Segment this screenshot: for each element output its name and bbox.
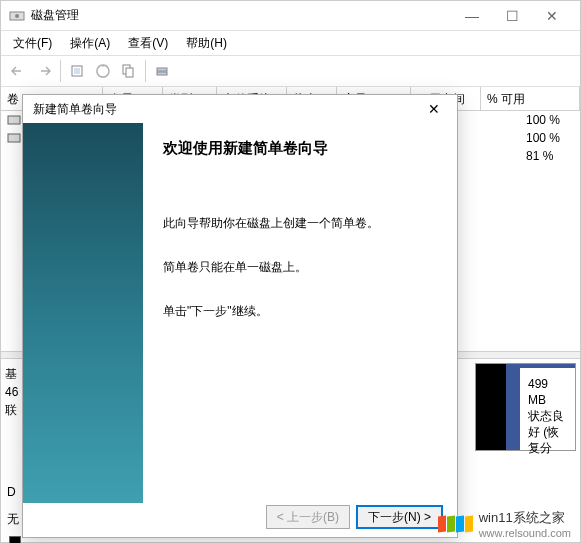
partition-sep <box>506 364 520 450</box>
svg-rect-6 <box>157 68 167 71</box>
svg-rect-3 <box>74 68 80 74</box>
svg-rect-5 <box>126 68 133 77</box>
partition-recovery[interactable]: 499 MB 状态良好 (恢复分 <box>520 364 575 450</box>
new-simple-volume-wizard: 新建简单卷向导 ✕ 欢迎使用新建简单卷向导 此向导帮助你在磁盘上创建一个简单卷。… <box>22 94 458 538</box>
close-button[interactable]: ✕ <box>532 2 572 30</box>
back-button[interactable]: < 上一步(B) <box>266 505 350 529</box>
svg-rect-9 <box>8 134 20 142</box>
properties-icon[interactable] <box>90 58 116 84</box>
dialog-close-button[interactable]: ✕ <box>419 99 449 119</box>
partition-strip[interactable]: 499 MB 状态良好 (恢复分 <box>475 363 576 451</box>
refresh-icon[interactable] <box>64 58 90 84</box>
separator <box>145 60 146 82</box>
wizard-content: 欢迎使用新建简单卷向导 此向导帮助你在磁盘上创建一个简单卷。 简单卷只能在单一磁… <box>143 123 457 503</box>
menubar: 文件(F) 操作(A) 查看(V) 帮助(H) <box>1 31 580 55</box>
wizard-text-2: 简单卷只能在单一磁盘上。 <box>163 258 437 276</box>
menu-view[interactable]: 查看(V) <box>120 33 176 54</box>
wizard-text-3: 单击"下一步"继续。 <box>163 302 437 320</box>
watermark-url: www.relsound.com <box>479 527 571 539</box>
volume-icon <box>7 113 21 127</box>
partition-status: 状态良好 (恢复分 <box>528 408 567 456</box>
wizard-heading: 欢迎使用新建简单卷向导 <box>163 139 437 158</box>
watermark: win11系统之家 www.relsound.com <box>434 505 575 543</box>
toolbar <box>1 55 580 87</box>
maximize-button[interactable]: ☐ <box>492 2 532 30</box>
window-title: 磁盘管理 <box>31 7 452 24</box>
volume-icon <box>7 131 21 145</box>
next-button[interactable]: 下一步(N) > <box>356 505 443 529</box>
separator <box>60 60 61 82</box>
action-icon[interactable] <box>149 58 175 84</box>
disk-mgmt-icon <box>9 8 25 24</box>
minimize-button[interactable]: — <box>452 2 492 30</box>
partition-unallocated[interactable] <box>476 364 506 450</box>
partition-size: 499 MB <box>528 376 567 408</box>
help-icon[interactable] <box>116 58 142 84</box>
legend-square <box>9 536 21 543</box>
watermark-brand: win11系统之家 <box>479 509 571 527</box>
dialog-title: 新建简单卷向导 <box>23 95 457 123</box>
titlebar: 磁盘管理 — ☐ ✕ <box>1 1 580 31</box>
col-pct[interactable]: % 可用 <box>481 87 580 110</box>
svg-rect-8 <box>8 116 20 124</box>
pct-cell: 100 % <box>526 129 560 147</box>
logo-icon <box>438 516 473 532</box>
wizard-text-1: 此向导帮助你在磁盘上创建一个简单卷。 <box>163 214 437 232</box>
menu-file[interactable]: 文件(F) <box>5 33 60 54</box>
menu-action[interactable]: 操作(A) <box>62 33 118 54</box>
pct-cell: 100 % <box>526 111 560 129</box>
menu-help[interactable]: 帮助(H) <box>178 33 235 54</box>
wizard-sidebar <box>23 123 143 503</box>
forward-icon[interactable] <box>31 58 57 84</box>
svg-point-1 <box>15 14 19 18</box>
svg-rect-7 <box>157 72 167 75</box>
pct-cell: 81 % <box>526 147 560 165</box>
back-icon[interactable] <box>5 58 31 84</box>
